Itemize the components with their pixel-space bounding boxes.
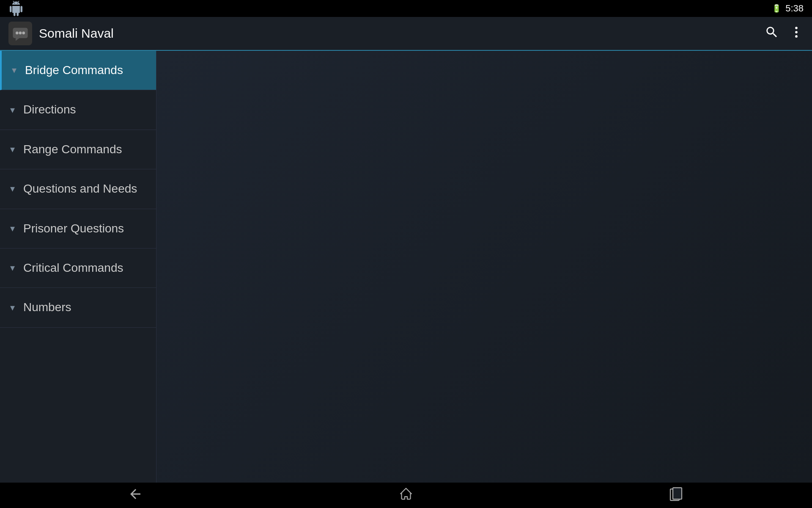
speech-bubble-icon xyxy=(11,24,30,43)
svg-point-3 xyxy=(22,32,25,35)
chevron-down-icon: ▾ xyxy=(10,183,15,194)
sidebar-item-label: Questions and Needs xyxy=(23,181,137,196)
chevron-down-icon: ▾ xyxy=(10,262,15,273)
status-time: 5:38 xyxy=(785,3,804,14)
sidebar-item-directions[interactable]: ▾ Directions xyxy=(0,90,156,130)
sidebar-item-questions-and-needs[interactable]: ▾ Questions and Needs xyxy=(0,169,156,209)
chevron-down-icon: ▾ xyxy=(10,223,15,234)
svg-point-5 xyxy=(795,27,798,29)
android-icon xyxy=(8,1,24,16)
app-icon xyxy=(8,22,32,45)
app-title: Somali Naval xyxy=(39,26,765,41)
sidebar-item-bridge-commands[interactable]: ▾ Bridge Commands xyxy=(0,51,156,90)
sidebar: ▾ Bridge Commands ▾ Directions ▾ Range C… xyxy=(0,51,156,483)
svg-point-2 xyxy=(19,32,22,35)
home-button[interactable] xyxy=(398,486,414,505)
status-bar-left xyxy=(8,1,24,16)
sidebar-item-label: Bridge Commands xyxy=(25,63,123,78)
sidebar-item-label: Prisoner Questions xyxy=(23,221,124,236)
sidebar-item-label: Range Commands xyxy=(23,142,122,157)
svg-rect-9 xyxy=(673,488,682,499)
main-content: ▾ Bridge Commands ▾ Directions ▾ Range C… xyxy=(0,51,812,483)
sidebar-item-critical-commands[interactable]: ▾ Critical Commands xyxy=(0,248,156,288)
back-button[interactable] xyxy=(128,486,143,505)
sidebar-item-label: Critical Commands xyxy=(23,260,123,276)
chevron-down-icon: ▾ xyxy=(12,65,16,76)
content-area xyxy=(156,51,812,483)
svg-point-6 xyxy=(795,31,798,33)
recents-button[interactable] xyxy=(669,486,684,505)
battery-icon: 🔋 xyxy=(772,4,781,13)
svg-point-1 xyxy=(16,32,19,35)
status-bar-right: 🔋 5:38 xyxy=(772,3,804,14)
chevron-down-icon: ▾ xyxy=(10,144,15,155)
sidebar-item-label: Numbers xyxy=(23,300,71,315)
svg-marker-4 xyxy=(16,38,19,41)
app-bar: Somali Naval xyxy=(0,17,812,51)
svg-point-7 xyxy=(795,35,798,38)
sidebar-item-range-commands[interactable]: ▾ Range Commands xyxy=(0,130,156,169)
search-icon[interactable] xyxy=(765,25,779,42)
chevron-down-icon: ▾ xyxy=(10,105,15,116)
sidebar-item-numbers[interactable]: ▾ Numbers xyxy=(0,288,156,327)
sidebar-item-prisoner-questions[interactable]: ▾ Prisoner Questions xyxy=(0,209,156,248)
chevron-down-icon: ▾ xyxy=(10,302,15,313)
app-bar-actions xyxy=(765,25,804,42)
more-options-icon[interactable] xyxy=(789,25,804,42)
status-bar: 🔋 5:38 xyxy=(0,0,812,17)
bottom-nav xyxy=(0,483,812,508)
sidebar-item-label: Directions xyxy=(23,102,76,117)
